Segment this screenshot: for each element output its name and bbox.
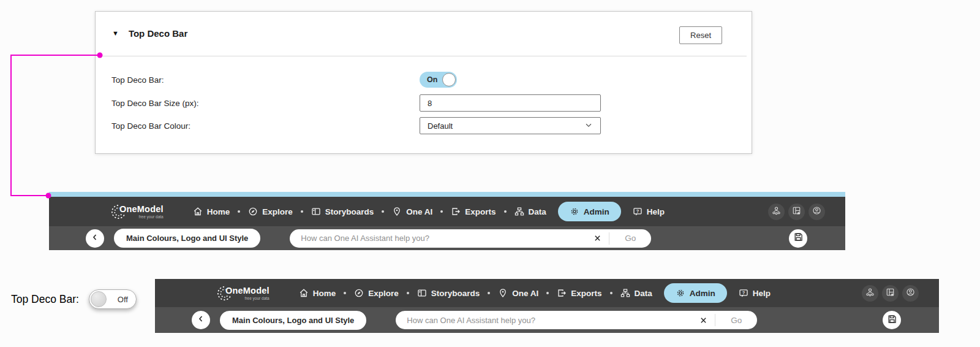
logo-name: OneModel bbox=[119, 204, 164, 214]
top-deco-bar-settings-panel: ▼ Top Deco Bar Reset Top Deco Bar: On To… bbox=[95, 11, 752, 154]
save-button[interactable] bbox=[883, 311, 901, 329]
collapse-triangle-icon[interactable]: ▼ bbox=[112, 30, 119, 37]
home-icon bbox=[299, 288, 309, 298]
go-button[interactable]: Go bbox=[715, 316, 757, 325]
nav-item-label: Admin bbox=[690, 289, 715, 298]
profile-button[interactable] bbox=[809, 204, 825, 220]
nav-item-data[interactable]: Data bbox=[620, 288, 652, 298]
nav-items: HomeExploreStoryboardsOne AIExportsDataA… bbox=[299, 283, 771, 303]
ai-search-input[interactable] bbox=[407, 316, 692, 325]
nav-item-one-ai[interactable]: One AI bbox=[392, 207, 432, 216]
org-chart-icon bbox=[772, 206, 781, 218]
logo-tagline: free your data bbox=[119, 215, 164, 219]
one-ai-pin-icon bbox=[392, 207, 402, 216]
storyboards-icon bbox=[417, 288, 427, 298]
nav-item-storyboards[interactable]: Storyboards bbox=[311, 207, 374, 216]
exports-icon bbox=[451, 207, 461, 216]
toggle-knob bbox=[91, 291, 107, 307]
profile-icon bbox=[812, 206, 821, 218]
nav-item-storyboards[interactable]: Storyboards bbox=[417, 288, 480, 298]
top-deco-bar-off-toggle[interactable]: Off bbox=[89, 289, 137, 309]
nav-toolbar-row: Main Colours, Logo and UI Style Go bbox=[49, 226, 845, 250]
top-deco-bar-toggle[interactable]: On bbox=[420, 72, 457, 88]
separator-dot bbox=[546, 292, 549, 294]
separator-dot bbox=[382, 210, 384, 213]
nav-item-admin[interactable]: Admin bbox=[664, 283, 727, 303]
nav-item-label: Admin bbox=[584, 207, 609, 216]
nav-item-label: Data bbox=[635, 289, 652, 298]
storyboard-star-button[interactable] bbox=[788, 204, 805, 220]
onemodel-logo[interactable]: OneModel free your data bbox=[216, 285, 270, 302]
home-icon bbox=[193, 207, 203, 216]
nav-item-label: Help bbox=[753, 289, 771, 298]
data-hierarchy-icon bbox=[620, 288, 630, 298]
toggle-knob bbox=[442, 73, 456, 86]
nav-item-one-ai[interactable]: One AI bbox=[498, 288, 538, 298]
page-title-pill[interactable]: Main Colours, Logo and UI Style bbox=[220, 311, 366, 330]
separator-dot bbox=[488, 292, 490, 294]
logo-name: OneModel bbox=[225, 286, 270, 296]
save-icon bbox=[887, 314, 897, 327]
explore-icon bbox=[248, 207, 258, 216]
one-ai-pin-icon bbox=[498, 288, 508, 298]
nav-item-label: Explore bbox=[368, 289, 399, 298]
nav-item-data[interactable]: Data bbox=[514, 207, 546, 216]
nav-item-exports[interactable]: Exports bbox=[451, 207, 496, 216]
top-deco-bar-colour-label: Top Deco Bar Colour: bbox=[111, 121, 420, 131]
nav-item-home[interactable]: Home bbox=[299, 288, 336, 298]
nav-item-help[interactable]: ?Help bbox=[633, 207, 665, 216]
nav-item-exports[interactable]: Exports bbox=[557, 288, 601, 298]
nav-item-explore[interactable]: Explore bbox=[248, 207, 293, 216]
nav-item-home[interactable]: Home bbox=[193, 207, 230, 216]
help-bubble-icon: ? bbox=[739, 288, 748, 298]
chevron-left-icon bbox=[90, 232, 100, 245]
nav-item-label: Home bbox=[313, 289, 336, 298]
nav-items: HomeExploreStoryboardsOne AIExportsDataA… bbox=[193, 202, 665, 221]
nav-item-admin[interactable]: Admin bbox=[558, 202, 621, 221]
close-icon[interactable] bbox=[586, 234, 609, 242]
nav-main-row: OneModel free your data HomeExploreStory… bbox=[49, 197, 845, 226]
storyboard-star-button[interactable] bbox=[882, 285, 899, 302]
org-chart-button[interactable] bbox=[862, 285, 878, 302]
back-button[interactable] bbox=[86, 229, 104, 248]
help-bubble-icon: ? bbox=[633, 207, 643, 216]
admin-gear-icon bbox=[676, 288, 685, 298]
back-button[interactable] bbox=[192, 311, 210, 329]
reset-button[interactable]: Reset bbox=[679, 26, 722, 44]
top-deco-bar-colour-select[interactable]: Default bbox=[420, 117, 601, 134]
page-title-pill[interactable]: Main Colours, Logo and UI Style bbox=[114, 229, 260, 248]
nav-toolbar-row: Main Colours, Logo and UI Style Go bbox=[155, 307, 939, 333]
profile-button[interactable] bbox=[902, 285, 919, 302]
top-deco-bar-size-label: Top Deco Bar Size (px): bbox=[111, 99, 420, 108]
panel-header: ▼ Top Deco Bar bbox=[112, 28, 187, 39]
org-chart-button[interactable] bbox=[768, 204, 785, 220]
save-icon bbox=[793, 232, 804, 245]
panel-divider bbox=[100, 56, 747, 56]
nav-item-explore[interactable]: Explore bbox=[354, 288, 399, 298]
nav-item-help[interactable]: ?Help bbox=[739, 288, 771, 298]
nav-item-label: Storyboards bbox=[325, 207, 374, 216]
go-button[interactable]: Go bbox=[609, 234, 651, 243]
chevron-left-icon bbox=[196, 314, 206, 326]
nav-item-label: Home bbox=[207, 207, 230, 216]
ai-search-bar: Go bbox=[396, 311, 757, 329]
ai-search-bar: Go bbox=[290, 229, 651, 248]
svg-text:?: ? bbox=[636, 208, 639, 214]
onemodel-logo[interactable]: OneModel free your data bbox=[110, 204, 164, 220]
explore-icon bbox=[354, 288, 364, 298]
top-deco-bar-size-input[interactable] bbox=[420, 94, 601, 112]
storyboards-icon bbox=[311, 207, 321, 216]
toggle-on-label: On bbox=[427, 75, 437, 84]
nav-right-icons bbox=[862, 285, 919, 302]
separator-dot bbox=[238, 210, 240, 213]
setting-row-colour: Top Deco Bar Colour: Default bbox=[111, 117, 736, 134]
save-button[interactable] bbox=[789, 229, 807, 248]
close-icon[interactable] bbox=[692, 316, 715, 324]
toggle-off-label: Off bbox=[118, 295, 128, 304]
annotation-label: Top Deco Bar: bbox=[11, 293, 79, 306]
chevron-down-icon bbox=[584, 121, 593, 131]
separator-dot bbox=[504, 210, 507, 213]
ai-search-input[interactable] bbox=[301, 234, 586, 243]
data-hierarchy-icon bbox=[514, 207, 524, 216]
panel-title: Top Deco Bar bbox=[129, 28, 187, 39]
